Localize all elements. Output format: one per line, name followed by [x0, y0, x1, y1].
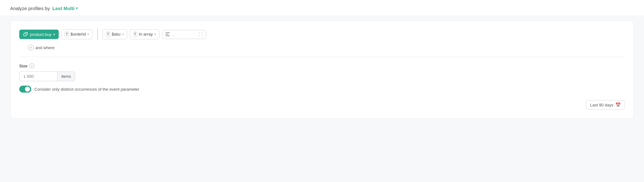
value-input-box[interactable]: . ⛶: [162, 30, 206, 39]
condition-button[interactable]: T In array ▾: [130, 29, 159, 40]
operator-chevron-icon: ▾: [122, 32, 124, 36]
condition-chevron-icon: ▾: [154, 32, 156, 36]
tag-icon: [23, 32, 28, 37]
operator-type-icon: T: [106, 31, 110, 37]
field-chevron-icon: ▾: [87, 32, 89, 36]
info-icon[interactable]: i: [29, 63, 34, 68]
expand-icon[interactable]: ⛶: [199, 32, 203, 37]
divider: [19, 57, 625, 57]
property-chevron-icon: ▾: [53, 33, 55, 36]
size-label-text: Size: [19, 64, 27, 68]
analyze-title: Analyze profiles by: [10, 6, 50, 11]
size-section: Size i items: [19, 63, 625, 81]
svg-rect-0: [24, 33, 26, 36]
distinct-toggle[interactable]: [19, 86, 31, 93]
last-multi-label: Last Multi: [52, 6, 75, 11]
page-header: Analyze profiles by Last Multi ▾: [0, 0, 644, 15]
chevron-down-icon: ▾: [76, 6, 78, 10]
last-multi-dropdown[interactable]: Last Multi ▾: [52, 6, 78, 11]
and-where-row: + and where: [28, 45, 625, 50]
items-badge: items: [57, 71, 75, 81]
size-input[interactable]: [19, 71, 57, 81]
property-label: product.buy: [30, 32, 51, 37]
connector: [95, 28, 100, 40]
operator-button[interactable]: T $sku ▾: [103, 29, 127, 40]
field-type-icon: T: [65, 31, 69, 37]
footer-row: Last 90 days 📅: [19, 100, 625, 110]
main-card: product.buy ▾ T $orderId ▾ T $sku ▾ T In…: [10, 20, 634, 119]
and-where-button[interactable]: + and where: [28, 45, 55, 50]
condition-label: In array: [139, 32, 153, 37]
toggle-row: Consider only distinct occurrences of th…: [19, 86, 625, 93]
toggle-knob: [25, 87, 30, 92]
condition-type-icon: T: [133, 31, 137, 37]
date-range-button[interactable]: Last 90 days 📅: [586, 100, 625, 110]
value-dot: .: [173, 32, 194, 37]
list-icon: [165, 32, 170, 36]
field-label: $orderId: [70, 32, 86, 37]
filter-row: product.buy ▾ T $orderId ▾ T $sku ▾ T In…: [19, 28, 625, 40]
plus-circle-icon: +: [28, 45, 34, 50]
size-input-row: items: [19, 71, 625, 81]
property-button[interactable]: product.buy ▾: [19, 30, 59, 39]
operator-label: $sku: [112, 32, 120, 37]
and-where-label: and where: [35, 45, 55, 50]
date-range-label: Last 90 days: [590, 103, 613, 107]
size-label-row: Size i: [19, 63, 625, 68]
toggle-label: Consider only distinct occurrences of th…: [34, 87, 139, 92]
field-button[interactable]: T $orderId ▾: [61, 29, 92, 40]
calendar-icon: 📅: [615, 102, 621, 107]
